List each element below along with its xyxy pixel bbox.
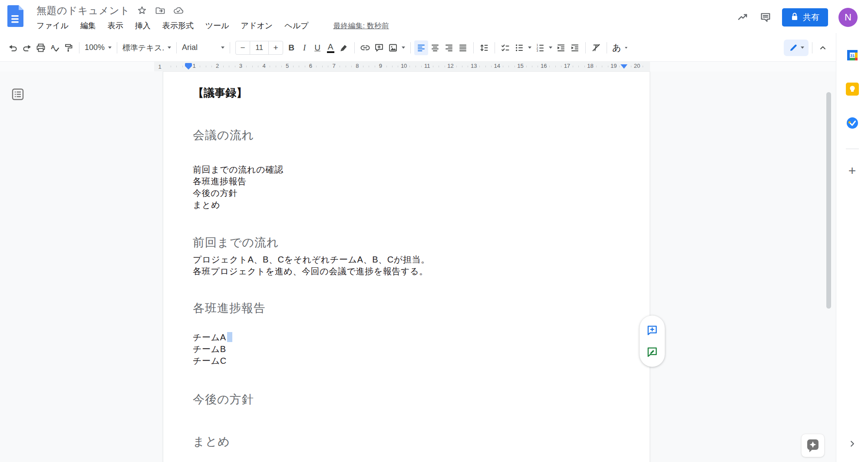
input-tools-button[interactable]: あ: [611, 40, 629, 55]
chevron-down-icon: [528, 47, 531, 49]
activity-icon[interactable]: [737, 11, 749, 23]
doc-line[interactable]: 今後の方針: [193, 187, 283, 199]
align-left-button[interactable]: [414, 40, 428, 55]
menu-help[interactable]: ヘルプ: [284, 20, 308, 31]
doc-heading[interactable]: 前回までの流れ: [193, 235, 279, 250]
star-icon[interactable]: [136, 4, 148, 17]
indent-increase-button[interactable]: [568, 40, 582, 55]
justify-button[interactable]: [456, 40, 470, 55]
keep-panel-button[interactable]: [846, 83, 859, 96]
last-edit-link[interactable]: 最終編集: 数秒前: [333, 21, 389, 31]
doc-paragraph[interactable]: プロジェクトA、B、CをそれぞれチームA、B、Cが担当。 各班プロジェクトを進め…: [193, 254, 430, 277]
bubble-plus-icon: [646, 324, 658, 336]
ruler-numbers: 1234567891011121314151617181920: [0, 62, 836, 71]
bullet-list-button[interactable]: [512, 40, 533, 55]
styles-select[interactable]: 標準テキス...: [121, 40, 173, 55]
doc-heading[interactable]: 会議の流れ: [193, 127, 254, 143]
ruler-number: 6: [308, 63, 314, 69]
checklist-button[interactable]: [498, 40, 512, 55]
font-select[interactable]: Arial: [180, 40, 226, 55]
menu-format[interactable]: 表示形式: [162, 20, 194, 31]
move-folder-icon[interactable]: [154, 4, 166, 17]
explore-button[interactable]: [801, 434, 825, 457]
add-comment-float-button[interactable]: [646, 324, 659, 337]
doc-heading[interactable]: まとめ: [193, 434, 230, 449]
toolbar-divider: [117, 42, 117, 53]
add-comment-button[interactable]: [372, 40, 386, 55]
share-button[interactable]: 共有: [782, 8, 828, 27]
font-size-increase-button[interactable]: +: [269, 41, 283, 54]
indent-marker-right[interactable]: [620, 64, 627, 69]
spellcheck-button[interactable]: A: [48, 40, 62, 55]
underline-button[interactable]: U: [311, 40, 324, 55]
suggest-edits-button[interactable]: [646, 346, 659, 359]
chevron-down-icon: [625, 47, 627, 49]
ruler-number: 14: [493, 63, 502, 69]
align-right-button[interactable]: [442, 40, 456, 55]
doc-line[interactable]: チームB: [193, 343, 232, 355]
add-addon-button[interactable]: +: [848, 163, 856, 178]
lock-icon: [791, 12, 799, 23]
calendar-panel-button[interactable]: 31: [846, 49, 859, 62]
show-outline-button[interactable]: [10, 86, 26, 103]
editing-mode-button[interactable]: [784, 40, 809, 56]
toolbar-divider: [607, 42, 607, 53]
undo-button[interactable]: [6, 40, 20, 55]
clear-format-button[interactable]: [589, 40, 603, 55]
text-color-letter: A: [328, 43, 333, 51]
indent-decrease-button[interactable]: [554, 40, 568, 55]
doc-line[interactable]: チームA: [193, 332, 232, 343]
zoom-value: 100%: [85, 43, 105, 52]
doc-line[interactable]: 前回までの流れの確認: [193, 164, 283, 176]
doc-paragraph[interactable]: 前回までの流れの確認 各班進捗報告 今後の方針 まとめ: [193, 164, 283, 211]
bold-button[interactable]: B: [285, 40, 298, 55]
docs-logo[interactable]: [7, 5, 24, 29]
collapse-toolbar-button[interactable]: [816, 40, 830, 55]
document-canvas: 【議事録】 会議の流れ 前回までの流れの確認 各班進捗報告 今後の方針 まとめ …: [0, 71, 836, 462]
paint-format-button[interactable]: [62, 40, 76, 55]
font-size-decrease-button[interactable]: −: [236, 41, 250, 54]
ruler[interactable]: 1 1234567891011121314151617181920: [0, 62, 836, 71]
scrollbar[interactable]: [826, 92, 831, 309]
font-size-input[interactable]: 11: [250, 41, 269, 54]
doc-line[interactable]: チームC: [193, 355, 232, 367]
indent-marker-left[interactable]: [185, 63, 192, 70]
doc-heading[interactable]: 今後の方針: [193, 392, 254, 407]
print-button[interactable]: [34, 40, 48, 55]
line-spacing-button[interactable]: [477, 40, 491, 55]
doc-heading[interactable]: 各班進捗報告: [193, 300, 266, 316]
doc-line[interactable]: プロジェクトA、B、CをそれぞれチームA、B、Cが担当。: [193, 254, 430, 266]
show-panel-button[interactable]: [848, 439, 857, 449]
document-page[interactable]: 【議事録】 会議の流れ 前回までの流れの確認 各班進捗報告 今後の方針 まとめ …: [163, 71, 650, 462]
highlight-button[interactable]: [337, 40, 351, 55]
doc-heading-title[interactable]: 【議事録】: [193, 86, 247, 100]
svg-text:31: 31: [850, 53, 855, 58]
avatar[interactable]: N: [838, 8, 858, 27]
align-center-button[interactable]: [428, 40, 442, 55]
toolbar-divider: [230, 42, 230, 53]
doc-line[interactable]: 各班進捗報告: [193, 176, 283, 187]
italic-button[interactable]: I: [298, 40, 311, 55]
cloud-saved-icon[interactable]: [172, 4, 185, 17]
numbered-list-button[interactable]: 1 2 3: [533, 40, 554, 55]
keep-icon: [846, 83, 859, 96]
menu-edit[interactable]: 編集: [80, 20, 96, 31]
chevron-down-icon: [168, 47, 171, 49]
menu-insert[interactable]: 挿入: [135, 20, 151, 31]
menu-addons[interactable]: アドオン: [241, 20, 273, 31]
tasks-panel-button[interactable]: [846, 116, 859, 130]
doc-line[interactable]: 各班プロジェクトを進め、今回の会議で進捗を報告する。: [193, 266, 430, 277]
doc-line[interactable]: まとめ: [193, 199, 283, 211]
redo-button[interactable]: [20, 40, 34, 55]
insert-link-button[interactable]: [358, 40, 372, 55]
menu-tools[interactable]: ツール: [205, 20, 229, 31]
doc-paragraph[interactable]: チームA チームB チームC: [193, 332, 232, 367]
calendar-icon: 31: [846, 49, 859, 62]
menu-file[interactable]: ファイル: [36, 20, 69, 31]
document-title[interactable]: 無題のドキュメント: [36, 4, 130, 17]
menu-view[interactable]: 表示: [108, 20, 123, 31]
comments-icon[interactable]: [759, 11, 772, 23]
insert-image-button[interactable]: [386, 40, 407, 55]
text-color-button[interactable]: A: [324, 40, 337, 55]
zoom-select[interactable]: 100%: [83, 40, 113, 55]
